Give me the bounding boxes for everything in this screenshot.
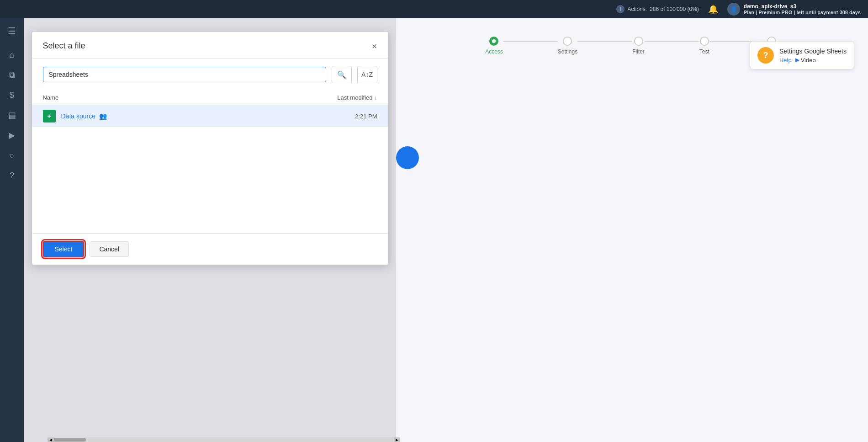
tooltip-help-icon: ? [757,47,774,64]
topbar: i Actions: 286 of 100'000 (0%) 🔔 👤 demo_… [0,0,868,18]
sort-arrow-icon: ↓ [375,95,377,101]
content-area: Select a file × 🔍 A↕Z [24,18,868,442]
actions-label: Actions: [627,6,647,12]
tooltip-title: Settings Google Sheets [779,48,847,55]
search-icon: 🔍 [337,70,346,79]
spreadsheet-icon: + [43,110,56,122]
dialog-search-area: 🔍 A↕Z [32,59,388,91]
dialog-header: Select a file × [32,32,388,59]
sort-icon: A↕Z [361,71,373,78]
step-circle-settings [563,37,572,46]
select-file-dialog: Select a file × 🔍 A↕Z [32,32,388,265]
step-label-access: Access [485,48,503,55]
cancel-button[interactable]: Cancel [90,241,129,257]
home-icon[interactable]: ⌂ [3,46,21,64]
actions-count: 286 of 100'000 (0%) [650,6,699,12]
dialog-overlay: Select a file × 🔍 A↕Z [24,18,396,442]
col-modified-header: Last modified ↓ [337,94,377,101]
bell-icon[interactable]: 🔔 [708,4,718,14]
shared-icon: 👥 [99,112,107,120]
help-link[interactable]: Help [779,57,792,64]
step-filter: Filter [632,37,645,55]
search-button[interactable]: 🔍 [332,66,352,83]
plan-days: 308 days [840,10,861,15]
file-name: Data source 👥 [61,112,341,120]
sidebar: ☰ ⌂ ⧉ $ ▤ ▶ ○ ? [0,18,24,442]
blue-circle-decoration [396,146,419,169]
settings-tooltip: ? Settings Google Sheets Help ▶ Video [750,41,854,69]
video-link[interactable]: ▶ Video [795,57,816,64]
step-settings: Settings [558,37,577,55]
briefcase-icon[interactable]: ▤ [3,106,21,124]
help-icon[interactable]: ? [3,166,21,185]
dollar-icon[interactable]: $ [3,86,21,104]
right-panel: ? Settings Google Sheets Help ▶ Video [396,18,868,442]
step-line-3 [645,41,699,42]
dialog-footer: Select Cancel [32,233,388,265]
avatar: 👤 [727,3,740,16]
info-icon: i [616,5,625,13]
select-button[interactable]: Select [43,241,85,257]
step-circle-filter [634,37,643,46]
step-label-test: Test [699,48,709,55]
table-row[interactable]: + Data source 👥 2:21 PM [32,105,388,127]
person-icon[interactable]: ○ [3,146,21,165]
step-access: Access [485,37,503,55]
plan-info: Plan | Premium PRO | left until payment … [744,10,861,15]
tooltip-text: Settings Google Sheets Help ▶ Video [779,48,847,64]
youtube-icon[interactable]: ▶ [3,126,21,144]
step-circle-access [489,37,498,46]
step-test: Test [699,37,709,55]
step-line-1 [503,41,558,42]
step-label-settings: Settings [558,48,577,55]
search-input[interactable] [49,71,320,78]
user-area: 👤 demo_apix-drive_s3 Plan | Premium PRO … [727,3,861,16]
tooltip-links: Help ▶ Video [779,57,847,64]
close-icon[interactable]: × [372,42,377,51]
step-label-filter: Filter [632,48,645,55]
step-line-2 [577,41,632,42]
user-info: demo_apix-drive_s3 Plan | Premium PRO | … [744,3,861,15]
menu-icon[interactable]: ☰ [3,22,21,40]
sort-button[interactable]: A↕Z [357,66,377,83]
file-modified-time: 2:21 PM [341,113,377,120]
username: demo_apix-drive_s3 [744,3,861,10]
step-circle-test [700,37,709,46]
table-header: Name Last modified ↓ [32,91,388,105]
main-layout: ☰ ⌂ ⧉ $ ▤ ▶ ○ ? Select a file × [0,18,868,442]
video-icon: ▶ [795,57,799,63]
diagram-icon[interactable]: ⧉ [3,66,21,84]
video-label: Video [801,57,816,64]
search-input-wrapper [43,67,326,82]
actions-info: i Actions: 286 of 100'000 (0%) [616,5,699,13]
col-name-header: Name [43,94,338,101]
file-list: + Data source 👥 2:21 PM [32,105,388,233]
dialog-title: Select a file [43,41,85,51]
plan-label: Plan | Premium PRO | left until payment [744,10,838,15]
